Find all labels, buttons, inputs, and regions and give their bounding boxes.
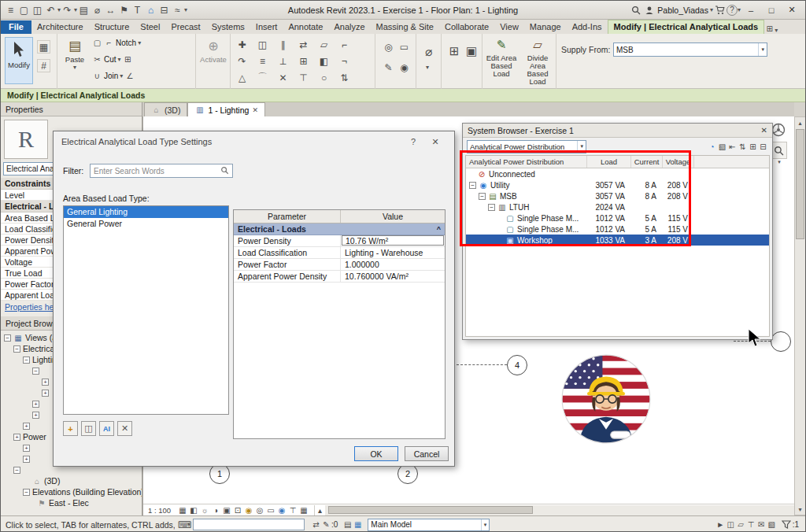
worksharing-status-icon[interactable]: ▧ xyxy=(767,519,777,530)
view-scale[interactable]: 1 : 100 xyxy=(148,506,171,515)
modify-options-caret-icon[interactable]: ▾ xyxy=(775,27,778,34)
keyboard-shortcut-input[interactable] xyxy=(193,519,305,530)
mirror-icon[interactable]: ◧ xyxy=(317,54,331,68)
ribbon-tab-modify-contextual[interactable]: Modify | Electrical Analytical Loads xyxy=(608,20,765,34)
pin-icon[interactable]: ⊤ xyxy=(297,71,310,84)
vscroll-up-arrow[interactable]: ▴ xyxy=(795,117,805,128)
ribbon-tab-structure[interactable]: Structure xyxy=(89,20,135,34)
apply-coping-icon[interactable]: ⊞ xyxy=(123,54,133,65)
new-type-button[interactable]: + xyxy=(63,421,78,436)
expander-icon[interactable]: + xyxy=(42,379,49,386)
ribbon-tab-add-ins[interactable]: Add-Ins xyxy=(567,20,608,34)
modify-options-icon[interactable]: ⊞ xyxy=(764,24,775,34)
crop-view-icon[interactable]: ▣ xyxy=(221,505,232,515)
select-links-toggle[interactable]: ◫ xyxy=(726,519,736,530)
shadows-icon[interactable]: ◑ xyxy=(210,505,221,515)
horizontal-scrollbar[interactable] xyxy=(325,505,794,515)
ribbon-tab-annotate[interactable]: Annotate xyxy=(283,20,328,34)
expander-icon[interactable]: − xyxy=(23,489,30,496)
default-3d-view-icon[interactable]: ⌂ xyxy=(144,3,157,17)
array-icon[interactable]: ⊞ xyxy=(297,54,310,68)
expander-icon[interactable]: − xyxy=(23,357,30,364)
ribbon-tab-collaborate[interactable]: Collaborate xyxy=(439,20,494,34)
ribbon-tab-analyze[interactable]: Analyze xyxy=(328,20,370,34)
worksharing-display-icon[interactable]: ▦ xyxy=(298,505,309,515)
notch-button[interactable]: Notch xyxy=(116,39,136,47)
edit-area-based-load-button[interactable]: ✎ Edit Area Based Load xyxy=(484,37,519,86)
match-type-icon[interactable]: ▢ xyxy=(92,38,102,48)
view-tab-close-icon[interactable]: ✕ xyxy=(252,106,258,114)
offset-icon[interactable]: ∥ xyxy=(276,38,290,51)
ribbon-tab-insert[interactable]: Insert xyxy=(250,20,283,34)
dialog-help-icon[interactable]: ? xyxy=(402,134,424,150)
align-icon[interactable]: ≡ xyxy=(256,54,269,68)
dialog-close-icon[interactable]: ✕ xyxy=(424,134,446,150)
select-box-icon[interactable]: ▦ xyxy=(37,40,50,54)
rename-type-button[interactable]: AI xyxy=(99,421,114,436)
system-row-ltuh[interactable]: − ▥ LTUH 2024 VA xyxy=(466,201,769,212)
active-workset-icon[interactable]: ▦ xyxy=(353,519,363,530)
trim-corner-icon[interactable]: ⌐ xyxy=(338,38,351,51)
tree-row-elevations[interactable]: − Elevations (Building Elevation) xyxy=(1,486,142,497)
measure-icon[interactable]: ⌀ xyxy=(91,3,104,17)
qat-customize-caret-icon[interactable]: ▾ xyxy=(184,6,187,13)
ribbon-tab-steel[interactable]: Steel xyxy=(135,20,165,34)
cope-icon[interactable]: ⌐ xyxy=(104,38,114,48)
sync-icon[interactable]: ⇄ xyxy=(311,519,321,530)
section-collapse-chevron-icon[interactable]: ^ xyxy=(437,225,441,233)
temporary-hide-isolate-icon[interactable]: ◉ xyxy=(243,505,254,515)
cancel-button[interactable]: Cancel xyxy=(405,446,449,461)
thin-lines-icon[interactable]: ≈ xyxy=(171,3,184,17)
close-button[interactable]: ✕ xyxy=(782,2,802,18)
filter-icon[interactable] xyxy=(782,520,791,529)
filled-region-icon[interactable]: ▱ xyxy=(317,38,331,51)
reveal-constraints-icon[interactable]: ⊤ xyxy=(287,505,298,515)
column-header-current[interactable]: Current xyxy=(631,156,663,168)
activate-button[interactable]: ⊕ Activate xyxy=(199,37,227,84)
expander-icon[interactable]: − xyxy=(13,345,20,353)
column-header-name[interactable]: Analytical Power Distribution xyxy=(466,156,587,168)
column-header-load[interactable]: Load xyxy=(587,156,631,168)
cut-icon[interactable]: ✂ xyxy=(92,54,102,65)
param-value[interactable]: 1.000000 xyxy=(341,259,445,270)
cart-icon[interactable] xyxy=(713,3,727,17)
param-value-editbox[interactable]: 10.76 W/m² xyxy=(342,235,444,246)
ribbon-tab-view[interactable]: View xyxy=(494,20,524,34)
table-row-load-classification[interactable]: Load Classification Lighting - Warehouse xyxy=(234,247,445,259)
table-row-power-density[interactable]: Power Density 10.76 W/m² xyxy=(234,235,445,247)
measure-tool-icon[interactable]: ⌀ xyxy=(422,45,435,58)
delete-type-button[interactable]: ✕ xyxy=(117,421,132,436)
sb-autofit-columns-icon[interactable]: ⇤ xyxy=(727,142,738,152)
view-tab-3d[interactable]: ⌂ (3D) xyxy=(144,102,187,116)
expander-icon[interactable]: + xyxy=(32,412,39,419)
list-item-general-power[interactable]: General Power xyxy=(64,218,228,230)
rotate-icon[interactable]: ↷ xyxy=(235,54,249,68)
type-preview-image[interactable]: R xyxy=(4,120,48,159)
expander-icon[interactable]: − xyxy=(488,204,495,211)
split-icon[interactable]: ⌒ xyxy=(256,71,269,84)
text-icon[interactable]: T xyxy=(131,3,144,17)
modify-button[interactable]: Modify xyxy=(5,37,33,84)
beam-angle-icon[interactable]: ∠ xyxy=(124,71,135,81)
scale-icon[interactable]: △ xyxy=(235,71,249,84)
system-row-utility[interactable]: − ◉ Utility 3057 VA 8 A 208 V xyxy=(466,179,769,190)
system-row-msb[interactable]: − ▤ MSB 3057 VA 8 A 208 V xyxy=(466,190,769,201)
sb-collapse-all-icon[interactable]: ⊟ xyxy=(758,142,768,152)
view-tab-lighting[interactable]: ▥ 1 - Lighting ✕ xyxy=(187,102,265,116)
expander-icon[interactable]: + xyxy=(42,390,49,397)
measure-caret-icon[interactable]: ▾ xyxy=(426,64,429,71)
redo-icon[interactable]: ↷ xyxy=(61,3,74,17)
expander-icon[interactable]: − xyxy=(4,334,11,342)
expander-icon[interactable]: + xyxy=(13,434,20,441)
param-value[interactable]: Lighting - Warehouse xyxy=(341,247,445,258)
reveal-hidden-elements-icon[interactable]: ◎ xyxy=(254,505,265,515)
system-row-circuit-1[interactable]: ▢ Single Phase M... 1012 VA 5 A 115 V xyxy=(466,212,769,224)
exclude-options-toggle[interactable]: ✉ xyxy=(756,519,767,530)
ribbon-tab-precast[interactable]: Precast xyxy=(165,20,205,34)
unjoin-icon[interactable]: ¬ xyxy=(338,54,351,68)
table-row-apparent-power-density[interactable]: Apparent Power Density 10.760000 VA/m² xyxy=(234,271,445,283)
dialog-title-bar[interactable]: Electrical Analytical Load Type Settings… xyxy=(54,131,454,152)
join-caret-icon[interactable]: ▾ xyxy=(120,72,123,79)
vscroll-down-arrow[interactable]: ▾ xyxy=(795,504,805,515)
system-browser-close-icon[interactable]: ✕ xyxy=(761,126,767,135)
